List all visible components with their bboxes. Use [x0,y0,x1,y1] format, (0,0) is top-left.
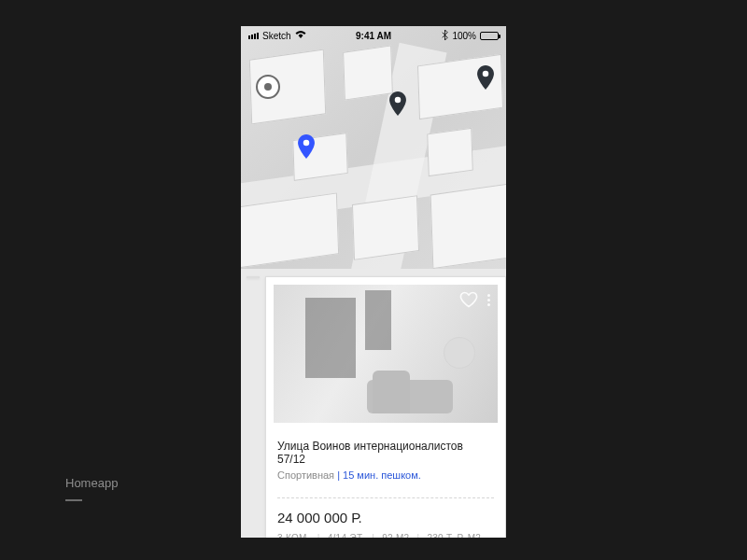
bluetooth-icon [442,30,448,42]
listing-price: 24 000 000 Р. [277,510,494,525]
wifi-icon [295,30,306,41]
status-right: 100% [442,30,499,42]
listing-specs: 3 КОМ.| 4/14 ЭТ.| 92 М2| 230 Т. Р. М2 [266,531,505,538]
carrier-label: Sketch [262,31,291,41]
spec-area: 92 М2 [382,533,409,538]
svg-point-2 [483,71,489,77]
battery-icon [480,32,499,40]
battery-label: 100% [452,31,476,41]
photo-decor [367,380,453,413]
metro-station: Спортивная [277,469,334,481]
photo-pan-handle[interactable] [444,337,475,369]
more-button[interactable] [486,292,492,308]
status-bar: Sketch 9:41 AM 100% [241,26,506,45]
listing-card-prev[interactable] [247,276,260,278]
map-pin[interactable] [476,65,495,90]
spec-price-per-m2: 230 Т. Р. М2 [427,533,481,538]
status-left: Sketch [248,30,306,41]
spec-rooms: 3 КОМ. [277,533,310,538]
spec-floor: 4/14 ЭТ. [328,533,365,538]
favorite-button[interactable] [459,290,478,309]
map-pin-selected[interactable] [297,134,316,159]
compass-button[interactable] [256,75,280,99]
clock: 9:41 AM [356,31,391,41]
caption-underline [65,499,82,501]
listing-card[interactable]: Улица Воинов интернационалистов 57/12 Сп… [265,276,506,538]
svg-point-0 [303,140,310,147]
map-view[interactable] [241,26,506,269]
listing-metro: Спортивная | 15 мин. пешком. [277,469,494,481]
signal-icon [248,33,259,39]
app-caption: Homeapp [65,476,118,501]
svg-point-1 [395,97,402,104]
listing-photo[interactable] [274,285,498,423]
listing-address: Улица Воинов интернационалистов 57/12 [277,440,494,466]
listing-carousel[interactable]: Улица Воинов интернационалистов 57/12 Сп… [241,269,506,538]
metro-walk-time: 15 мин. пешком. [343,469,421,481]
app-name: Homeapp [65,476,118,490]
phone-frame: Sketch 9:41 AM 100% [241,26,506,538]
map-pin[interactable] [388,91,407,116]
